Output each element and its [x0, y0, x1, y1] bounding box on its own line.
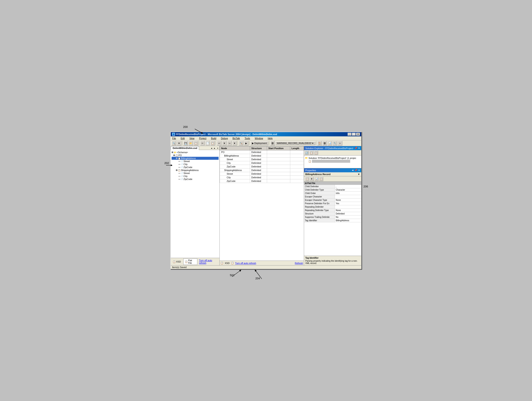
tb-btn-more[interactable]: »	[338, 141, 342, 146]
warning-dropdown[interactable]: WARNING_RECORD_INVALIDBOD'▼	[275, 141, 315, 145]
tb-btn-redo-drop[interactable]: ▼	[232, 141, 237, 146]
tb-btn-b[interactable]: 🖼	[322, 141, 327, 146]
tree-node-schema[interactable]: ⊟ 📁 <Schema>	[171, 151, 219, 154]
turn-off-auto-refresh-link[interactable]: Turn off auto refresh	[235, 262, 256, 264]
cell-node-city1: City	[220, 161, 250, 165]
menu-edit[interactable]: Edit	[180, 137, 185, 140]
props-value-child-delim-type[interactable]: Character	[335, 188, 361, 191]
label-city1: City	[184, 163, 188, 165]
tb-btn-2[interactable]: ▼	[177, 141, 181, 146]
props-back-icon[interactable]: ◄	[351, 169, 354, 172]
menu-tools[interactable]: Tools	[244, 137, 251, 140]
menu-debug[interactable]: Debug	[220, 137, 228, 140]
props-pin-icon[interactable]: 📌	[355, 169, 357, 172]
col-startpos[interactable]: Start Position	[267, 146, 290, 150]
deployment-button[interactable]: ▶ Deployment	[250, 141, 268, 145]
props-tb-grid[interactable]: 📊	[314, 177, 318, 181]
se-tb-refresh[interactable]: 🔄	[304, 151, 309, 155]
col-node[interactable]: Node	[220, 146, 250, 150]
col-length[interactable]: Length	[290, 146, 304, 150]
tree-node-street1[interactable]: — 📄 Street	[171, 160, 219, 163]
tb-btn-c[interactable]: 📊	[328, 141, 332, 146]
tb-btn-a[interactable]: 🏠	[317, 141, 322, 146]
tb-btn-img[interactable]: 🖼	[270, 141, 275, 146]
title-bar-controls[interactable]: _ ⬜ ✕	[348, 133, 360, 136]
se-tb-paste[interactable]: 📋	[314, 151, 318, 155]
menu-project[interactable]: Project	[198, 137, 207, 140]
tree-node-city1[interactable]: — 📄 City	[171, 163, 219, 166]
restore-button[interactable]: ⬜	[352, 133, 356, 136]
expand-schema[interactable]: ⊟	[171, 151, 173, 153]
tree-node-billing[interactable]: ⊟ 📋 BillingAddress	[171, 157, 219, 160]
tb-btn-undo-drop[interactable]: ▼	[222, 141, 227, 146]
props-tb-sort[interactable]: ⬆	[310, 177, 314, 181]
menu-biztalk[interactable]: BizTalk	[232, 137, 241, 140]
label-zip1: ZipCode	[184, 166, 192, 168]
menu-build[interactable]: Build	[210, 137, 217, 140]
minimize-button[interactable]: _	[348, 133, 351, 136]
tree-node-street2[interactable]: — 📄 Street	[171, 172, 219, 175]
cell-len-shipping	[290, 168, 304, 172]
props-section-flatfile[interactable]: ⊟ Flat File	[304, 182, 361, 185]
table-row: BillingAddress Delimited	[220, 154, 304, 158]
tb-btn-debug[interactable]: ▶	[244, 141, 249, 146]
props-close-icon[interactable]: ✕	[358, 169, 360, 172]
tab-delimwithinDelim[interactable]: DelimWithinDelim.xsd	[171, 146, 199, 150]
tb-btn-copy[interactable]: 📄	[205, 141, 210, 146]
se-tree-solution[interactable]: 📁 Solution 'FFDelimReceiveBtsProject' (1…	[305, 156, 361, 159]
props-tb-view[interactable]: 📋	[319, 177, 323, 181]
se-pin-icon[interactable]: 📌	[355, 147, 357, 150]
menu-file[interactable]: File	[171, 137, 177, 140]
props-value-repeat-delim[interactable]	[335, 205, 361, 209]
props-dropdown-icon[interactable]: ▼	[358, 173, 360, 176]
menu-view[interactable]: View	[189, 137, 195, 140]
tb-sep-4	[238, 141, 238, 145]
tab-prev-button[interactable]: ◄	[210, 147, 213, 149]
props-tb-cat[interactable]: 📋	[305, 177, 309, 181]
auto-refresh-link[interactable]: Turn off auto refresh	[199, 259, 219, 264]
props-name-structure: Structure	[304, 212, 335, 215]
menu-help[interactable]: Help	[267, 137, 273, 140]
props-value-suppress[interactable]: No	[335, 216, 361, 219]
label-billing: BillingAddress	[181, 157, 196, 159]
tb-btn-5[interactable]: 📋	[194, 141, 198, 146]
props-value-escape[interactable]	[335, 195, 361, 198]
props-value-child-order[interactable]: Infix	[335, 192, 361, 195]
menu-window[interactable]: Window	[254, 137, 264, 140]
tab-flatfile[interactable]: 📋 Flat File	[183, 258, 197, 265]
tree-node-zip1[interactable]: — 📄 ZipCode	[171, 166, 219, 169]
tb-btn-paste[interactable]: 📋	[210, 141, 215, 146]
tab-next-button[interactable]: ►	[213, 147, 216, 149]
tree-node-shipping[interactable]: ⊟ 📋 ShippingAddress	[171, 169, 219, 172]
tb-btn-build[interactable]: 🔨	[239, 141, 243, 146]
se-close-icon[interactable]: ✕	[358, 147, 360, 150]
tab-xsd[interactable]: 📋 XSD	[171, 260, 183, 264]
se-tree-project[interactable]: 📋	[305, 159, 361, 163]
tb-btn-redo[interactable]: ↪	[227, 141, 232, 146]
tb-btn-4[interactable]: 📂	[188, 141, 193, 146]
tree-node-po[interactable]: ⊟ 📋 PO	[171, 154, 219, 157]
refresh-link[interactable]: Refresh	[295, 262, 303, 264]
se-tb-copy[interactable]: 📋	[309, 151, 313, 155]
props-value-preserve[interactable]: Yes	[335, 202, 361, 205]
props-value-tag-id[interactable]: BillingAddress	[335, 219, 361, 222]
expand-shipping[interactable]: ⊟	[176, 169, 177, 171]
cell-len-city2	[290, 176, 304, 179]
tab-close-button[interactable]: ✕	[216, 147, 219, 149]
tb-btn-d[interactable]: 🔧	[333, 141, 337, 146]
tree-node-city2[interactable]: — 📄 City	[171, 175, 219, 178]
tb-btn-3[interactable]: 💾	[183, 141, 188, 146]
props-value-child-delim[interactable]: ,	[335, 185, 361, 188]
props-value-escape-type[interactable]: None	[335, 198, 361, 202]
col-structure[interactable]: Structure	[250, 146, 267, 150]
status-text: Item(s) Saved	[172, 266, 186, 268]
close-button[interactable]: ✕	[356, 133, 360, 136]
expand-po[interactable]: ⊟	[173, 154, 175, 156]
tb-btn-undo[interactable]: ↩	[217, 141, 222, 146]
props-value-structure[interactable]: Delimited	[335, 212, 361, 215]
expand-billing[interactable]: ⊟	[176, 157, 177, 159]
tb-btn-1[interactable]: 🔍	[171, 141, 176, 146]
tb-btn-cut[interactable]: ✂	[200, 141, 205, 146]
tree-node-zip2[interactable]: — 📄 ZipCode	[171, 178, 219, 181]
props-value-repeat-type[interactable]: None	[335, 209, 361, 212]
